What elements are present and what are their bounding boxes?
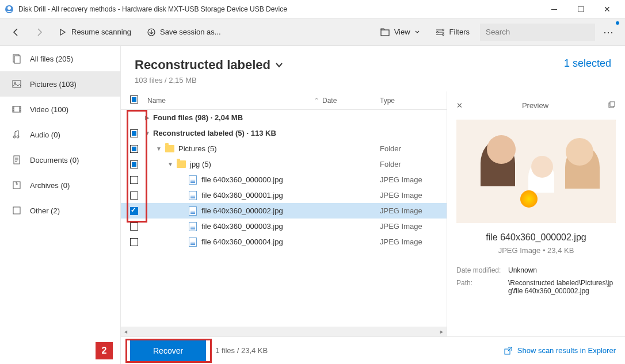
file-name: file 640x360_000001.jpg [201,191,322,200]
back-button[interactable] [7,24,25,40]
column-name[interactable]: Name [147,97,311,105]
sidebar-item-other[interactable]: Other (2) [0,198,120,223]
file-row[interactable]: file 640x360_000004.jpgJPEG Image [121,234,447,250]
collapse-icon[interactable]: ▼ [165,161,176,167]
file-name: file 640x360_000000.jpg [201,175,322,184]
file-type: Folder [380,144,437,153]
file-type: JPEG Image [380,175,437,184]
search-input[interactable] [480,24,595,41]
sidebar-item-documents[interactable]: Documents (0) [0,147,120,173]
file-row[interactable]: ▶Found files (98) · 2,04 MB [121,110,447,125]
file-checkbox[interactable] [130,191,138,200]
file-checkbox[interactable] [130,176,138,184]
svg-rect-9 [13,81,21,87]
view-label: View [394,28,410,36]
minimize-button[interactable]: ─ [541,0,567,18]
sidebar-item-allfiles[interactable]: All files (205) [0,46,120,71]
svg-point-5 [436,31,438,33]
file-name: jpg (5) [190,160,322,168]
sidebar: All files (205) Pictures (103) Video (10… [0,46,121,364]
more-button[interactable]: ⋯ [600,22,618,42]
svg-point-6 [442,33,444,35]
selected-count: 1 selected [564,58,611,70]
file-row[interactable]: file 640x360_000003.jpgJPEG Image [121,219,447,234]
svg-point-10 [14,82,16,84]
close-button[interactable]: ✕ [594,0,620,18]
file-checkbox[interactable] [130,238,138,246]
column-type[interactable]: Type [380,97,437,105]
show-in-explorer-link[interactable]: Show scan results in Explorer [504,346,616,355]
sidebar-item-pictures[interactable]: Pictures (103) [0,71,120,97]
file-list: ▶Found files (98) · 2,04 MB▼Reconstructe… [121,110,447,327]
save-session-label: Save session as... [160,28,221,36]
maximize-button[interactable]: ☐ [567,0,594,18]
play-icon [59,28,67,36]
path-label: Path: [456,279,508,295]
file-row[interactable]: file 640x360_000000.jpgJPEG Image [121,172,447,187]
collapse-icon[interactable]: ▼ [142,130,153,136]
file-row[interactable]: ▼Pictures (5)Folder [121,141,447,156]
sidebar-item-audio[interactable]: Audio (0) [0,122,120,147]
sidebar-item-label: Audio (0) [30,131,60,139]
horizontal-scrollbar[interactable]: ◄ ► [121,327,447,336]
recover-button[interactable]: Recover [130,340,206,361]
svg-rect-3 [381,30,389,36]
jpeg-icon [188,237,198,247]
forward-button[interactable] [30,24,48,40]
file-checkbox[interactable] [130,160,138,168]
file-checkbox[interactable] [130,223,138,231]
jpeg-icon [188,206,198,216]
app-icon [5,5,14,14]
preview-title: Preview [463,101,608,110]
expand-icon[interactable]: ▶ [142,114,153,121]
explorer-link-label: Show scan results in Explorer [517,346,616,355]
file-row[interactable]: ▼Reconstructed labeled (5) · 113 KB [121,125,447,141]
titlebar: Disk Drill - All recovery methods - Hard… [0,0,625,18]
file-name: Found files (98) · 2,04 MB [153,113,322,122]
folder-icon [165,144,175,154]
jpeg-icon [188,175,198,185]
table-header: Name ⌃ Date Type [121,91,447,110]
sidebar-item-label: Video (100) [30,105,68,114]
resume-scanning-button[interactable]: Resume scanning [53,24,137,40]
sidebar-item-label: Pictures (103) [30,80,77,89]
content-area: Reconstructed labeled 1 selected 103 fil… [121,46,625,364]
files-icon [12,53,22,64]
sidebar-item-video[interactable]: Video (100) [0,97,120,122]
sidebar-item-label: Documents (0) [30,156,79,164]
file-type: JPEG Image [380,222,437,231]
chevron-down-icon [275,61,283,69]
collapse-icon[interactable]: ▼ [153,145,165,152]
preview-filename: file 640x360_000002.jpg [456,232,616,243]
file-name: file 640x360_000003.jpg [201,222,322,231]
preview-close-button[interactable]: ✕ [456,101,463,110]
folder-icon [380,28,390,36]
path-value: \Reconstructed labeled\Pictures\jpg\file… [508,279,616,295]
file-name: Reconstructed labeled (5) · 113 KB [153,129,322,137]
file-checkbox[interactable] [130,207,138,215]
file-row[interactable]: file 640x360_000001.jpgJPEG Image [121,187,447,203]
save-session-button[interactable]: Save session as... [142,24,227,40]
file-type: Folder [380,160,437,168]
file-row[interactable]: file 640x360_000002.jpgJPEG Image [121,203,447,219]
select-all-checkbox[interactable] [130,95,138,104]
file-row[interactable]: ▼jpg (5)Folder [121,156,447,172]
preview-popout-button[interactable] [608,101,616,110]
file-checkbox[interactable] [130,129,138,137]
view-button[interactable]: View [375,24,425,40]
filters-button[interactable]: Filters [430,24,475,40]
svg-rect-8 [14,56,20,63]
preview-image [456,120,616,223]
file-name: file 640x360_000004.jpg [201,237,322,246]
sidebar-item-label: Other (2) [30,206,60,215]
date-modified-label: Date modified: [456,266,508,274]
file-checkbox[interactable] [130,145,138,153]
column-date[interactable]: Date [322,97,380,105]
content-title-text: Reconstructed labeled [135,58,270,72]
external-link-icon [504,346,513,355]
filters-icon [436,28,445,36]
file-type: JPEG Image [380,206,437,215]
file-name: Pictures (5) [178,144,322,153]
content-title[interactable]: Reconstructed labeled [135,58,283,72]
sidebar-item-archives[interactable]: Archives (0) [0,173,120,198]
